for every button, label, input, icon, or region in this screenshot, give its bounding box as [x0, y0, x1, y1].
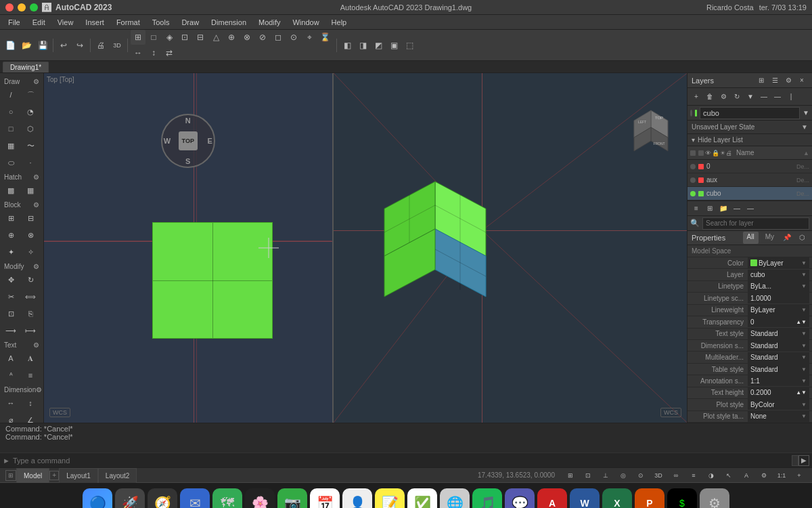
viewport-area[interactable]: Top [Top] N S E — [44, 73, 687, 423]
viewport-3d[interactable]: TOP LEFT FRONT WCS — [334, 73, 687, 423]
command-scroll[interactable] — [792, 455, 798, 466]
tb-print[interactable]: 🖨 — [93, 38, 108, 53]
lt-block1[interactable]: ⊞ — [1, 210, 20, 226]
lt-text4[interactable]: ≡ — [21, 367, 40, 383]
layer-col-sort[interactable]: ▲ — [803, 150, 809, 156]
layer-dropdown[interactable]: ▼ — [803, 107, 809, 119]
sb-osnap[interactable]: ⊙ — [633, 468, 648, 483]
lt-sep-icon[interactable]: | — [785, 91, 797, 103]
tb-extra-3[interactable]: ◩ — [371, 38, 386, 53]
lext-btn4[interactable]: — — [731, 203, 743, 215]
compass-center[interactable]: TOP — [179, 131, 198, 150]
lext-btn2[interactable]: ⊞ — [704, 203, 716, 215]
layers-icon-3[interactable]: ⚙ — [782, 75, 794, 87]
sb-settings2[interactable]: + — [792, 468, 807, 483]
tb-btn-4[interactable]: ⊡ — [177, 30, 192, 45]
tb-btn-13[interactable]: ⌛ — [317, 30, 332, 45]
tab-model[interactable]: Model — [16, 468, 49, 483]
prop-layer-value[interactable]: cubo ▼ — [748, 270, 809, 280]
lt-section-modify[interactable]: Modify ⚙ — [1, 261, 42, 271]
lt-refresh[interactable]: ↻ — [731, 91, 743, 103]
tb-redo[interactable]: ↪ — [72, 38, 87, 53]
dock-chrome[interactable]: 🌐 — [440, 488, 470, 509]
layer-state-dropdown[interactable]: ▼ — [801, 123, 808, 131]
command-options[interactable]: ▶ — [798, 455, 809, 466]
prop-ann-value[interactable]: 1:1 ▼ — [748, 375, 809, 386]
lt-section-dimension[interactable]: Dimension ⚙ — [1, 384, 42, 394]
lt-move[interactable]: ✥ — [1, 272, 20, 288]
lt-line[interactable]: / — [1, 87, 20, 103]
layer-row-cubo[interactable]: cubo De... — [687, 187, 812, 200]
lt-mirror[interactable]: ⟺ — [21, 289, 40, 305]
lt-extend[interactable]: ⟶ — [1, 322, 20, 339]
prop-ts-value[interactable]: Standard ▼ — [748, 329, 809, 339]
menu-insert[interactable]: Insert — [80, 17, 110, 28]
prop-ml-value[interactable]: Standard ▼ — [748, 352, 809, 363]
lt-minus[interactable]: — — [771, 91, 784, 103]
lt-section-block[interactable]: Block ⚙ — [1, 199, 42, 209]
lt-dim1[interactable]: ↔ — [1, 395, 20, 411]
dock-mail[interactable]: ✉ — [180, 488, 210, 509]
lt-copy[interactable]: ⎘ — [21, 305, 40, 322]
tb-undo[interactable]: ↩ — [56, 38, 71, 53]
props-pin[interactable]: 📌 — [781, 232, 793, 244]
lext-btn1[interactable]: ≡ — [690, 203, 702, 215]
layer-color-swatch[interactable] — [695, 110, 697, 117]
tb-btn-15[interactable]: ↕ — [146, 45, 161, 60]
lt-filter[interactable]: ▼ — [744, 91, 757, 103]
dock-photos[interactable]: 🌸 — [245, 488, 275, 509]
sb-transparency[interactable]: ◑ — [704, 468, 719, 483]
section-settings-icon-4[interactable]: ⚙ — [33, 263, 39, 270]
lt-ellipse[interactable]: ⬭ — [1, 154, 20, 171]
props-tab-my[interactable]: My — [761, 232, 778, 244]
lt-section-draw[interactable]: Draw ⚙ — [1, 76, 42, 86]
dock-launchpad[interactable]: 🚀 — [115, 488, 145, 509]
tab-layout1[interactable]: Layout1 — [59, 468, 98, 483]
tb-btn-11[interactable]: ⊙ — [286, 30, 301, 45]
window-controls[interactable] — [5, 3, 38, 12]
lt-dim4[interactable]: ∠ — [21, 412, 40, 423]
prop-linetype-value[interactable]: ByLa... ▼ — [748, 281, 809, 292]
hide-layer-list[interactable]: ▾ Hide Layer List — [687, 134, 812, 146]
tb-btn-8[interactable]: ⊗ — [240, 30, 254, 45]
dock-calendar[interactable]: 📅 — [310, 488, 340, 509]
layer-cubo-vis[interactable] — [690, 191, 696, 196]
sb-grid[interactable]: ⊞ — [563, 468, 578, 483]
close-button[interactable] — [5, 3, 14, 12]
viewport-top[interactable]: Top [Top] N S E — [44, 73, 334, 423]
section-settings-icon[interactable]: ⚙ — [33, 78, 39, 85]
transp-spin-up[interactable]: ▲▼ — [796, 319, 807, 325]
current-layer-input[interactable]: cubo — [700, 107, 800, 119]
lt-point[interactable]: · — [21, 154, 40, 171]
tb-btn-12[interactable]: ⌖ — [302, 30, 317, 45]
sb-otrack[interactable]: ∞ — [669, 468, 683, 483]
tb-new[interactable]: 📄 — [3, 38, 18, 53]
tb-open[interactable]: 📂 — [19, 38, 34, 53]
sb-polar[interactable]: ◎ — [616, 468, 631, 483]
dock-powerpoint[interactable]: P — [635, 488, 664, 509]
menu-draw[interactable]: Draw — [176, 17, 204, 28]
lt-polygon[interactable]: ⬡ — [21, 121, 40, 137]
tb-btn-5[interactable]: ⊟ — [193, 30, 208, 45]
tb-save[interactable]: 💾 — [35, 38, 50, 53]
dock-finder[interactable]: 🔵 — [83, 488, 112, 509]
tb-extra-1[interactable]: ◧ — [340, 38, 355, 53]
lt-text2[interactable]: 𝐀 — [21, 350, 40, 366]
tb-btn-9[interactable]: ⊘ — [255, 30, 270, 45]
dock-facetime[interactable]: 📷 — [277, 488, 307, 509]
layer-aux-color[interactable] — [698, 177, 704, 183]
lt-hatch[interactable]: ▦ — [1, 137, 20, 154]
model-icon[interactable]: ⊞ — [5, 470, 16, 481]
lt-text3[interactable]: ᴬ — [1, 367, 20, 383]
tb-btn-16[interactable]: ⇄ — [162, 45, 177, 60]
tab-drawing1[interactable]: Drawing1* — [3, 62, 49, 72]
dock-excel[interactable]: X — [602, 488, 632, 509]
lext-btn3[interactable]: 📁 — [717, 203, 729, 215]
cube-2d[interactable] — [152, 222, 273, 339]
dock-spotify[interactable]: 🎵 — [472, 488, 502, 509]
maximize-button[interactable] — [30, 3, 38, 12]
dock-notes[interactable]: 📝 — [375, 488, 405, 509]
lext-btn5[interactable]: — — [744, 203, 757, 215]
tb-btn-7[interactable]: ⊕ — [224, 30, 239, 45]
lt-trim[interactable]: ✂ — [1, 289, 20, 305]
